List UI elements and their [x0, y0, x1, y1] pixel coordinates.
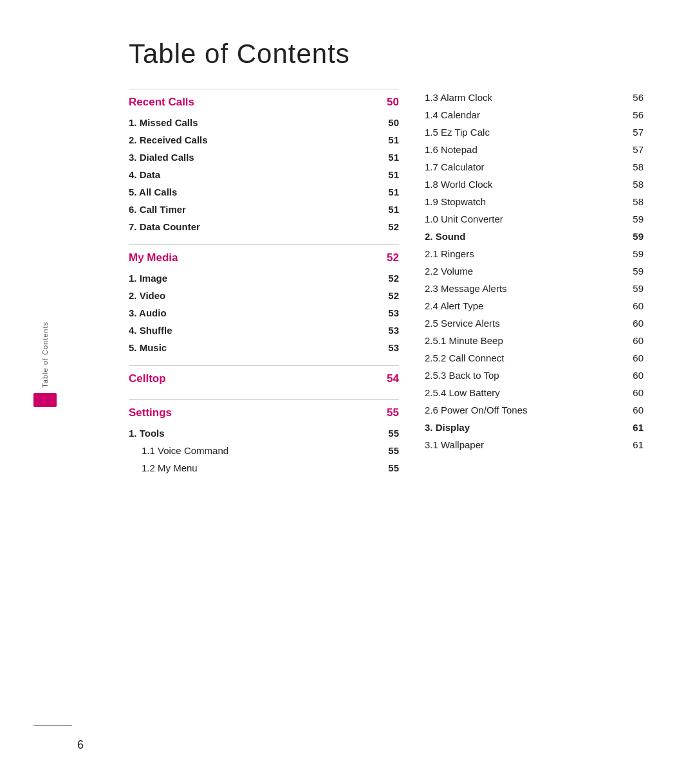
- toc-entry: 1. Image 52: [129, 269, 399, 287]
- divider-my-media: [129, 244, 399, 245]
- right-entry: 1.4 Calendar 56: [425, 106, 644, 123]
- entry-page: 60: [624, 318, 644, 329]
- entry-title: 3.1 Wallpaper: [425, 439, 484, 450]
- right-entry: 1.3 Alarm Clock 56: [425, 89, 644, 106]
- entry-page: 56: [624, 92, 644, 103]
- right-entry: 2.5.2 Call Connect 60: [425, 349, 644, 367]
- entry-page: 58: [624, 179, 644, 190]
- entry-page: 57: [624, 127, 644, 138]
- section-page-recent-calls: 50: [387, 96, 399, 109]
- entry-title: 1. Missed Calls: [129, 117, 198, 128]
- entry-page: 51: [380, 187, 399, 197]
- right-entry: 2.5 Service Alerts 60: [425, 315, 644, 332]
- right-entry: 1.0 Unit Converter 59: [425, 210, 644, 228]
- toc-entry: 4. Data 51: [129, 166, 399, 183]
- entry-page: 59: [624, 248, 644, 259]
- entry-page: 60: [624, 370, 644, 381]
- entry-page: 52: [380, 290, 399, 301]
- content-area: Recent Calls 50 1. Missed Calls 50 2. Re…: [129, 89, 644, 477]
- toc-entry: 4. Shuffle 53: [129, 322, 399, 339]
- entry-title: 5. All Calls: [129, 187, 177, 197]
- entry-title: 2.5.3 Back to Top: [425, 370, 499, 381]
- entry-page: 52: [380, 221, 399, 232]
- entry-title: 2.3 Message Alerts: [425, 283, 507, 294]
- entry-page: 60: [624, 387, 644, 398]
- entry-title: 4. Shuffle: [129, 325, 172, 336]
- entry-page: 50: [380, 117, 399, 128]
- divider-recent-calls: [129, 89, 399, 89]
- toc-entry: 6. Call Timer 51: [129, 201, 399, 218]
- section-heading-celltop: Celltop 54: [129, 372, 399, 385]
- right-entry-display: 3. Display 61: [425, 419, 644, 436]
- entry-title: 2. Video: [129, 290, 165, 301]
- entry-title: 1.1 Voice Command: [142, 445, 228, 456]
- entry-title: 1.0 Unit Converter: [425, 214, 503, 224]
- entry-page: 60: [624, 405, 644, 415]
- toc-entry: 3. Dialed Calls 51: [129, 149, 399, 166]
- entry-title: 2. Received Calls: [129, 134, 208, 145]
- toc-entry: 1. Missed Calls 50: [129, 114, 399, 131]
- entry-title: 2.5.1 Minute Beep: [425, 335, 503, 346]
- right-entry: 2.1 Ringers 59: [425, 245, 644, 262]
- entry-page: 56: [624, 109, 644, 120]
- entry-page: 59: [624, 283, 644, 294]
- section-title-my-media: My Media: [129, 251, 178, 264]
- entry-page: 58: [624, 161, 644, 172]
- entry-title: 1.2 My Menu: [142, 462, 198, 473]
- divider-celltop: [129, 365, 399, 366]
- entry-page: 60: [624, 352, 644, 363]
- right-entry: 1.9 Stopwatch 58: [425, 193, 644, 210]
- entry-title: 4. Data: [129, 169, 160, 180]
- entry-title: 1.6 Notepad: [425, 144, 477, 155]
- entry-page: 59: [624, 266, 644, 277]
- sidebar-label: Table of Contents: [33, 322, 57, 407]
- page-number: 6: [77, 738, 84, 752]
- right-column: 1.3 Alarm Clock 56 1.4 Calendar 56 1.5 E…: [399, 89, 644, 477]
- entry-page: 53: [380, 325, 399, 336]
- section-page-celltop: 54: [387, 372, 399, 385]
- right-entry: 1.7 Calculator 58: [425, 158, 644, 176]
- toc-entry: 7. Data Counter 52: [129, 218, 399, 235]
- right-entry: 1.8 World Clock 58: [425, 176, 644, 193]
- entry-page: 53: [380, 342, 399, 353]
- toc-entry: 1. Tools 55: [129, 424, 399, 442]
- entry-page: 53: [380, 307, 399, 318]
- entry-page: 51: [380, 204, 399, 215]
- page-title: Table of Contents: [129, 39, 644, 69]
- sidebar-text: Table of Contents: [41, 322, 49, 388]
- entry-page: 55: [380, 428, 399, 439]
- entry-page: 61: [624, 439, 644, 450]
- entry-page: 51: [380, 152, 399, 163]
- divider-settings: [129, 399, 399, 400]
- entry-title: 2.6 Power On/Off Tones: [425, 405, 528, 415]
- toc-entry: 5. Music 53: [129, 339, 399, 356]
- toc-entry: 2. Received Calls 51: [129, 131, 399, 149]
- sidebar-bar: [33, 393, 57, 407]
- entry-title: 3. Display: [425, 422, 470, 433]
- right-entry: 2.2 Volume 59: [425, 262, 644, 280]
- section-heading-recent-calls: Recent Calls 50: [129, 96, 399, 109]
- entry-page: 51: [380, 134, 399, 145]
- entry-page: 52: [380, 273, 399, 284]
- entry-page: 55: [380, 445, 399, 456]
- right-entry: 2.5.3 Back to Top 60: [425, 367, 644, 384]
- entry-title: 6. Call Timer: [129, 204, 186, 215]
- toc-entry: 3. Audio 53: [129, 304, 399, 322]
- entry-title: 1.5 Ez Tip Calc: [425, 127, 490, 138]
- section-heading-settings: Settings 55: [129, 406, 399, 419]
- right-entry: 3.1 Wallpaper 61: [425, 436, 644, 453]
- entry-title: 1.4 Calendar: [425, 109, 480, 120]
- entry-page: 59: [624, 231, 644, 242]
- entry-title: 3. Dialed Calls: [129, 152, 194, 163]
- entry-title: 5. Music: [129, 342, 167, 353]
- entry-page: 59: [624, 214, 644, 224]
- entry-title: 2.1 Ringers: [425, 248, 474, 259]
- page: Table of Contents Table of Contents Rece…: [0, 0, 695, 784]
- entry-title: 1.8 World Clock: [425, 179, 493, 190]
- entry-page: 60: [624, 335, 644, 346]
- section-title-celltop: Celltop: [129, 372, 166, 385]
- entry-page: 61: [624, 422, 644, 433]
- toc-entry: 1.1 Voice Command 55: [129, 442, 399, 459]
- right-entry: 2.5.1 Minute Beep 60: [425, 332, 644, 349]
- entry-title: 3. Audio: [129, 307, 167, 318]
